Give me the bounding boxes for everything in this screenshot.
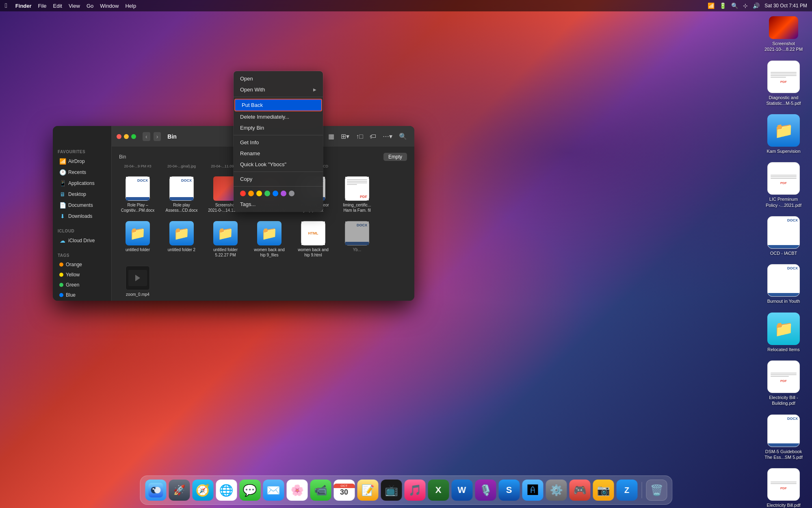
dock-messages[interactable]: 💬 [239,480,260,501]
siri-icon[interactable]: 🔊 [753,2,760,9]
ctx-copy[interactable]: Copy [234,174,323,185]
menubar-right: 📶 🔋 🔍 ⊹ 🔊 Sat 30 Oct 7:41 PM [708,2,807,9]
sidebar-tag-orange[interactable]: Orange [54,260,110,269]
dock-podcast[interactable]: 🎙️ [475,480,496,501]
ctx-color-yellow[interactable] [256,191,262,196]
file-item-women-folder[interactable]: 📁 women back andhip 9_files [249,219,290,260]
dock-notes[interactable]: 📝 [357,480,378,501]
more-btn[interactable]: ⋯▾ [380,131,395,142]
dock-skype[interactable]: S [498,480,520,501]
gallery-view-btn[interactable]: ▦ [326,131,337,142]
controlcenter-icon[interactable]: ⊹ [743,2,748,9]
menubar-view[interactable]: View [69,3,80,9]
dock-word[interactable]: W [451,480,472,501]
dock-calendar[interactable]: OCT 30 [333,480,355,501]
desktop-icon-diagnostic[interactable]: PDF Diagnostic andStatistic...M-5.pdf [763,61,804,106]
menubar-help[interactable]: Help [125,3,136,9]
desktop-icon-kam[interactable]: 📁 Kam Supervision [763,114,804,154]
dock-chrome[interactable]: 🌐 [216,480,237,501]
ctx-color-red[interactable] [240,191,246,196]
dock-excel[interactable]: X [428,480,449,501]
dock-settings[interactable]: ⚙️ [546,480,567,501]
tag-btn[interactable]: 🏷 [367,131,379,142]
desktop-icon-electricity-bill[interactable]: PDF Electricity Bill.pdf [763,468,804,508]
menubar-edit[interactable]: Edit [53,3,62,9]
ctx-tags-label: Tags... [240,201,256,207]
desktop-icon-burnout[interactable]: Burnout in Youth [763,264,804,304]
ctx-quick-look[interactable]: Quick Look "Ybocs" [234,159,323,170]
search-icon[interactable]: 🔍 [731,2,738,9]
ctx-color-gray[interactable] [289,191,294,196]
ctx-put-back[interactable]: Put Back [234,99,322,111]
file-icon-ybocs [345,221,369,245]
desktop-icon-sidebar: 🖥 [59,191,66,198]
dock-music[interactable]: 🎵 [404,480,425,501]
desktop-icon-screenshot[interactable]: Screenshot2021-10-...8.22 PM [763,16,804,52]
sidebar-item-icloud[interactable]: ☁ iCloud Drive [54,235,110,246]
desktop-icon-electricity-bldg[interactable]: PDF Electricity Bill -Building.pdf [763,360,804,406]
share-btn[interactable]: ↑□ [353,131,366,142]
file-item-women-html[interactable]: women back andhip 9.html [293,219,333,260]
dock-finder[interactable] [145,480,166,501]
ctx-delete-immediately[interactable]: Delete Immediately... [234,111,323,122]
file-item-ybocs[interactable]: Yb... [337,219,377,260]
file-item-roleplay2[interactable]: Role playAssess...CD.docx [161,174,202,215]
dock-safari[interactable]: 🧭 [192,480,213,501]
sidebar-tag-blue[interactable]: Blue [54,290,110,300]
desktop-icon-dsm5[interactable]: DSM-5 GuidebookThe Ess...SM 5.pdf [763,415,804,460]
file-item-folder1[interactable]: 📁 untitled folder [117,219,158,260]
ctx-rename[interactable]: Rename [234,148,323,159]
sidebar-item-airdrop[interactable]: 📶 AirDrop [54,156,110,167]
file-item-folder3[interactable]: 📁 untitled folder5.22.27 PM [205,219,246,260]
ctx-color-purple[interactable] [281,191,286,196]
sidebar-tag-green[interactable]: Green [54,280,110,290]
dock-appletv[interactable]: 📺 [381,480,402,501]
file-item-zoom-video[interactable]: zoom_0.mp4 [117,263,158,300]
desktop-icon-ocd[interactable]: OCD - IACBT [763,216,804,256]
ctx-color-orange[interactable] [248,191,254,196]
menubar-window[interactable]: Window [100,3,119,9]
dock-iphoto[interactable]: 📷 [593,480,614,501]
ctx-get-info[interactable]: Get Info [234,137,323,148]
dock-appstore[interactable]: 🅰 [522,480,543,501]
dock-zoom[interactable]: Z [616,480,637,501]
ctx-open[interactable]: Open [234,73,323,84]
sidebar-item-downloads[interactable]: ⬇ Downloads [54,211,110,221]
sidebar-item-desktop[interactable]: 🖥 Desktop [54,189,110,200]
dock-photos[interactable]: 🌸 [286,480,307,501]
ctx-empty-bin[interactable]: Empty Bin [234,122,323,133]
sidebar-item-recents[interactable]: 🕐 Recents [54,167,110,178]
electricity-bldg-label: Electricity Bill -Building.pdf [769,395,798,406]
group-btn[interactable]: ⊞▾ [338,131,352,142]
sidebar-tag-yellow[interactable]: Yellow [54,270,110,280]
search-btn[interactable]: 🔍 [396,131,409,142]
sidebar-item-documents[interactable]: 📄 Documents [54,200,110,211]
ctx-tags[interactable]: Tags... [234,199,323,210]
menubar-go[interactable]: Go [87,3,93,9]
ctx-open-with[interactable]: Open With ▶ [234,84,323,95]
dock-mail[interactable]: ✉️ [263,480,284,501]
back-button[interactable]: ‹ [143,132,150,141]
file-icon-roleplay1 [126,176,150,201]
close-button[interactable] [117,134,121,139]
menubar-file[interactable]: File [38,3,47,9]
dock-facetime[interactable]: 📹 [310,480,331,501]
file-item-folder2[interactable]: 📁 untitled folder 2 [161,219,202,260]
dock-trash[interactable]: 🗑️ [646,480,667,501]
desktop-icon-lic[interactable]: PDF LIC PreminumPolicy -...2021.pdf [763,162,804,208]
ctx-color-green[interactable] [264,191,270,196]
sidebar-item-applications[interactable]: 📱 Applications [54,178,110,189]
desktop-icon-relocated[interactable]: 📁 Relocated Items [763,313,804,352]
dock-launchpad[interactable]: 🚀 [169,480,190,501]
file-item-roleplay1[interactable]: Role Play –Cognitiv...PM.docx [117,174,158,215]
maximize-button[interactable] [131,134,136,139]
empty-button[interactable]: Empty [383,153,407,161]
file-label-zoom-video: zoom_0.mp4 [126,292,149,297]
ctx-color-blue[interactable] [273,191,278,196]
forward-button[interactable]: › [154,132,161,141]
menubar-finder[interactable]: Finder [15,3,32,9]
minimize-button[interactable] [124,134,129,139]
file-item-pdf6[interactable]: liming_certific...Ham la Fam. fil [337,174,377,215]
dock-antimicro[interactable]: 🎮 [569,480,590,501]
apple-menu[interactable]:  [5,2,7,9]
